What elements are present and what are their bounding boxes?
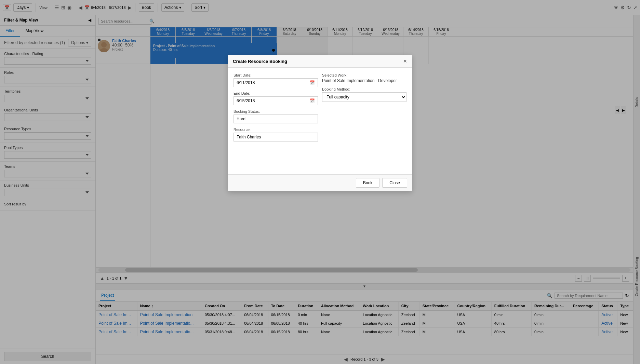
form-start-date: Start Date: 6/11/2018 📅 <box>234 73 318 87</box>
modal-title: Create Resource Booking <box>233 59 287 64</box>
modal-header: Create Resource Booking ✕ <box>228 55 412 68</box>
end-date-calendar-icon: 📅 <box>310 98 315 103</box>
modal-book-btn[interactable]: Book <box>356 178 379 188</box>
form-end-date: End Date: 6/15/2018 📅 <box>234 91 318 105</box>
form-selected-work: Selected Work: Point of Sale Implementat… <box>322 73 406 83</box>
modal-close-footer-btn[interactable]: Close <box>382 178 407 188</box>
booking-status-label: Booking Status: <box>234 109 318 113</box>
selected-work-label: Selected Work: <box>322 73 406 77</box>
start-date-input[interactable]: 6/11/2018 📅 <box>234 78 318 87</box>
booking-method-select[interactable]: Full capacity Percentage capacity Remain… <box>322 92 406 102</box>
selected-work-value: Point of Sale Implementation - Developer <box>322 78 406 83</box>
start-date-label: Start Date: <box>234 73 318 77</box>
modal-footer: Book Close <box>228 174 412 191</box>
booking-status-input[interactable]: Hard <box>234 114 318 123</box>
modal-spacer <box>228 147 412 174</box>
modal-body: Start Date: 6/11/2018 📅 End Date: 6/15/2… <box>228 68 412 147</box>
modal-close-btn[interactable]: ✕ <box>403 58 407 64</box>
start-date-value: 6/11/2018 <box>237 80 255 85</box>
resource-input[interactable]: Faith Charles <box>234 133 318 141</box>
start-date-calendar-icon: 📅 <box>310 80 315 85</box>
end-date-input[interactable]: 6/15/2018 📅 <box>234 96 318 105</box>
modal-left-col: Start Date: 6/11/2018 📅 End Date: 6/15/2… <box>234 73 318 141</box>
resource-value: Faith Charles <box>237 135 261 139</box>
modal-overlay[interactable]: Create Resource Booking ✕ Start Date: 6/… <box>0 0 640 364</box>
form-booking-status: Booking Status: Hard <box>234 109 318 123</box>
end-date-label: End Date: <box>234 91 318 95</box>
end-date-value: 6/15/2018 <box>237 98 255 103</box>
create-booking-modal: Create Resource Booking ✕ Start Date: 6/… <box>228 55 412 191</box>
form-resource: Resource: Faith Charles <box>234 127 318 141</box>
resource-label: Resource: <box>234 127 318 132</box>
booking-status-value: Hard <box>237 117 245 121</box>
form-booking-method: Booking Method: Full capacity Percentage… <box>322 87 406 102</box>
booking-method-label: Booking Method: <box>322 87 406 91</box>
modal-right-col: Selected Work: Point of Sale Implementat… <box>322 73 406 141</box>
